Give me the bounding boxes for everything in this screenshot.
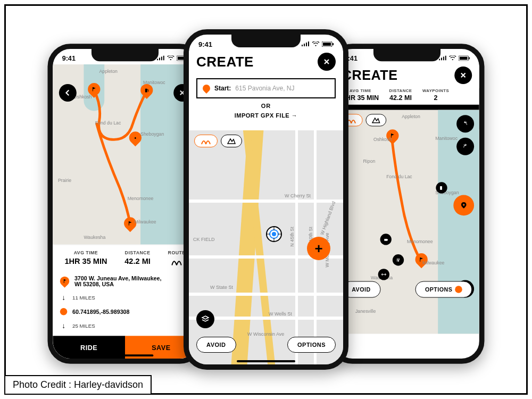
map-label: Fond du Lac <box>386 174 412 180</box>
down-arrow-icon: ↓ <box>60 294 68 302</box>
waypoint-list[interactable]: 3700 W. Juneau Ave, Milwaukee, WI 53208,… <box>53 270 197 336</box>
chip-scenic[interactable] <box>221 135 242 147</box>
poi-coffee-icon[interactable] <box>380 234 392 245</box>
add-waypoint-button[interactable] <box>453 195 474 216</box>
segment-row: ↓ 25 MILES <box>60 318 190 332</box>
photo-credit: Photo Credit : Harley-davidson <box>4 375 152 395</box>
map-label: Appleton <box>99 69 118 74</box>
map-label: Ripon <box>363 159 376 164</box>
map-label: Manitowoc <box>435 136 458 141</box>
map-label: Milwaukee <box>134 219 156 225</box>
stat-waypoints: WAYPOINTS 2 <box>422 88 449 102</box>
map-label: W State St <box>210 285 233 290</box>
waypoint-row[interactable]: 3700 W. Juneau Ave, Milwaukee, WI 53208,… <box>60 272 190 290</box>
notch <box>373 49 440 61</box>
wifi-icon <box>312 41 320 47</box>
start-placeholder: 615 Pavonia Ave, NJ <box>235 85 294 92</box>
layers-button[interactable] <box>196 310 214 328</box>
map-label: Prairie <box>58 178 71 184</box>
import-gpx-button[interactable]: IMPORT GPX FILE → <box>189 112 343 119</box>
signal-icon <box>301 41 310 47</box>
map-label: Menomonee <box>128 196 154 201</box>
map-label: Fond du Lac <box>95 120 121 126</box>
stats-row: AVG TIME 1HR 35 MIN DISTANCE 42.2 MI WAY… <box>335 88 479 105</box>
notch <box>92 49 159 61</box>
svg-rect-14 <box>440 186 442 190</box>
map-label: W Wells St <box>269 311 292 317</box>
redo-button[interactable] <box>456 138 474 155</box>
flag-pin-icon <box>58 275 71 288</box>
map-label: W Cherry St <box>285 193 311 198</box>
map-label: Janesville <box>355 309 376 314</box>
poi-fuel-icon[interactable] <box>436 182 447 193</box>
home-indicator[interactable] <box>97 354 154 356</box>
mountain-icon <box>227 137 236 145</box>
current-location-icon[interactable] <box>266 226 282 242</box>
phone-right: 9:41 CREATE AVG TIME 1HR 35 MIN DISTANCE… <box>330 44 485 363</box>
map-label: N 45th St <box>289 227 295 247</box>
wifi-icon <box>449 56 457 61</box>
mountain-icon <box>371 117 380 124</box>
options-button[interactable]: OPTIONS <box>287 337 336 353</box>
route-type-chips <box>194 135 242 147</box>
battery-icon <box>322 41 334 47</box>
map-label: Milwaukee <box>422 261 444 266</box>
poi-hd-icon[interactable] <box>378 269 389 280</box>
svg-rect-6 <box>332 43 334 45</box>
map-label: Waukesha <box>84 235 105 240</box>
wifi-icon <box>167 56 175 61</box>
chip-curvy[interactable] <box>194 135 218 147</box>
map-label: W Highland Blvd <box>319 201 336 236</box>
header: CREATE <box>189 51 343 75</box>
svg-rect-5 <box>323 43 331 46</box>
waypoint-row[interactable]: 60.741895,-85.989308 <box>60 305 190 318</box>
back-button[interactable] <box>59 84 77 102</box>
stat-avg-time: AVG TIME 1HR 35 MIN <box>64 250 107 265</box>
avoid-button[interactable]: AVOID <box>196 337 236 353</box>
undo-button[interactable] <box>456 115 474 132</box>
segment-row: ↓ 11 MILES <box>60 290 190 305</box>
map-area[interactable]: Appleton Oshkosh Manitowoc Fond du Lac S… <box>335 110 479 334</box>
stat-distance: DISTANCE 42.2 MI <box>389 88 412 102</box>
poi-food-icon[interactable] <box>393 254 404 265</box>
chip-scenic[interactable] <box>365 114 386 126</box>
or-label: OR <box>189 103 343 109</box>
add-waypoint-button[interactable]: + <box>307 237 330 260</box>
curvy-road-icon <box>170 256 183 265</box>
map-label: CK FIELD <box>193 237 215 242</box>
close-button[interactable] <box>454 66 472 84</box>
home-indicator[interactable] <box>237 360 295 362</box>
svg-rect-12 <box>460 57 468 60</box>
stat-route-type: ROUTE <box>168 250 186 265</box>
start-input[interactable]: Start: 615 Pavonia Ave, NJ <box>196 78 336 98</box>
map-area[interactable]: W Cherry St W State St CK FIELD W Highla… <box>189 130 343 364</box>
curvy-road-icon <box>200 137 212 145</box>
map-label: Menomonee <box>407 239 433 244</box>
phone-left: 9:41 • Appleton Oshkosh Manitowoc <box>48 44 203 363</box>
down-arrow-icon: ↓ <box>60 321 68 330</box>
map-label: Sheboygan <box>140 131 164 137</box>
notch <box>231 35 301 47</box>
svg-rect-13 <box>469 57 470 60</box>
options-badge <box>455 286 462 293</box>
options-label: OPTIONS <box>425 286 452 293</box>
close-button[interactable] <box>318 53 336 71</box>
phone-center: 9:41 CREATE Start: 615 Pavonia Ave, NJ O… <box>184 29 348 370</box>
stats-row: AVG TIME 1HR 35 MIN DISTANCE 42.2 MI ROU… <box>53 245 197 270</box>
start-label: Start: <box>214 85 231 92</box>
page-title: CREATE <box>196 54 254 70</box>
dot-icon <box>60 308 68 315</box>
home-indicator[interactable] <box>379 354 436 356</box>
map-label: Appleton <box>402 114 420 119</box>
stat-distance: DISTANCE 42.2 MI <box>124 250 151 265</box>
pin-icon <box>201 83 212 94</box>
route-sheet: AVG TIME 1HR 35 MIN DISTANCE 42.2 MI ROU… <box>53 245 197 359</box>
header: CREATE <box>335 64 479 88</box>
battery-icon <box>459 56 470 61</box>
status-time: 9:41 <box>198 40 212 48</box>
map-label: W Wisconsin Ave <box>247 331 284 337</box>
options-button[interactable]: OPTIONS <box>415 281 472 298</box>
map-label: Oshkosh <box>373 137 392 142</box>
page-title: CREATE <box>342 67 398 83</box>
status-time: 9:41 <box>62 54 76 62</box>
